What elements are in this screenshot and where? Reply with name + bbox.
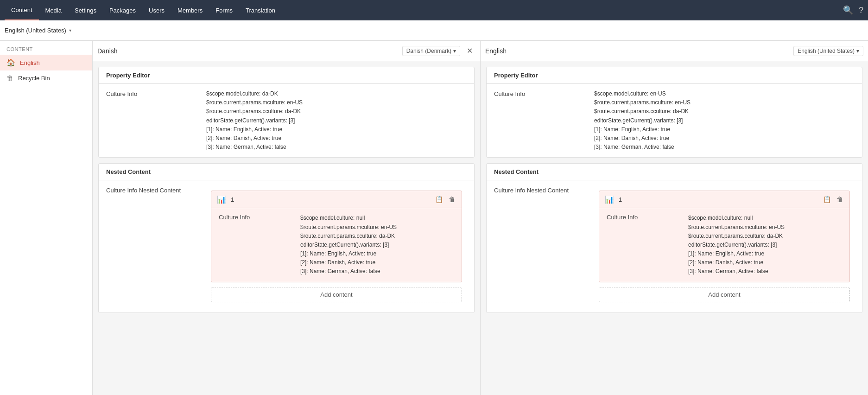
left-panel-culture-label: Danish (Denmark) — [406, 48, 451, 54]
right-panel: English (United States) ▾ Property Edito… — [481, 41, 868, 395]
sidebar-item-english-label: English — [20, 59, 40, 66]
right-panel-title-input[interactable] — [485, 47, 790, 55]
right-panel-culture-label: English (United States) — [798, 48, 855, 54]
right-nested-label: Culture Info Nested Content — [494, 186, 587, 194]
nav-content[interactable]: Content — [5, 0, 39, 20]
right-nested-label-row: Culture Info Nested Content 📊 1 📋 🗑 — [487, 180, 862, 312]
main-layout: Content 🏠 English 🗑 Recycle Bin Danish (… — [0, 41, 868, 395]
left-property-editor-card: Property Editor Culture Info $scope.mode… — [98, 67, 475, 158]
home-icon: 🏠 — [6, 58, 15, 67]
right-nested-item-1-culture-label: Culture Info — [607, 214, 681, 276]
left-nested-item-delete-button[interactable]: 🗑 — [448, 195, 456, 204]
left-culture-info-row: Culture Info $scope.model.culture: da-DK… — [99, 84, 474, 157]
left-panel: Danish (Denmark) ▾ ✕ Property Editor Cul… — [93, 41, 481, 395]
left-nested-label: Culture Info Nested Content — [106, 186, 199, 194]
right-property-editor-header: Property Editor — [487, 67, 862, 84]
left-nested-item-1: 📊 1 📋 🗑 Culture Info $scope.model.cultur… — [211, 191, 462, 282]
culture-arrow-icon: ▾ — [69, 28, 71, 33]
right-culture-info-row: Culture Info $scope.model.culture: en-US… — [487, 84, 862, 157]
left-culture-info-label: Culture Info — [106, 89, 199, 97]
panels-area: Danish (Denmark) ▾ ✕ Property Editor Cul… — [93, 41, 868, 395]
culture-selector[interactable]: English (United States) ▾ — [5, 27, 71, 34]
left-property-editor-header: Property Editor — [99, 67, 474, 84]
right-nested-item-1-body: Culture Info $scope.model.culture: null … — [599, 208, 849, 281]
left-nested-item-1-number: 1 — [231, 196, 430, 203]
nav-forms[interactable]: Forms — [209, 0, 239, 20]
right-panel-culture-arrow-icon: ▾ — [856, 48, 859, 54]
right-nested-item-1-header: 📊 1 📋 🗑 — [599, 191, 849, 208]
right-nested-item-copy-button[interactable]: 📋 — [822, 195, 832, 204]
sub-header: English (United States) ▾ — [0, 20, 868, 41]
left-nested-item-1-culture-value: $scope.model.culture: null $route.curren… — [300, 214, 454, 276]
left-panel-header: Danish (Denmark) ▾ ✕ — [93, 41, 480, 61]
right-nested-content-card: Nested Content Culture Info Nested Conte… — [486, 163, 862, 312]
left-panel-culture-select[interactable]: Danish (Denmark) ▾ — [402, 46, 460, 56]
nav-translation[interactable]: Translation — [239, 0, 282, 20]
right-nested-item-1-actions: 📋 🗑 — [822, 195, 844, 204]
left-nested-item-1-actions: 📋 🗑 — [434, 195, 456, 204]
left-add-content-button[interactable]: Add content — [211, 287, 462, 302]
left-nested-label-row: Culture Info Nested Content 📊 1 📋 🗑 — [99, 180, 474, 312]
right-culture-info-value: $scope.model.culture: en-US $route.curre… — [594, 89, 855, 152]
right-nested-item-1-number: 1 — [619, 196, 817, 203]
search-icon[interactable]: 🔍 — [843, 5, 853, 15]
sidebar-item-english[interactable]: 🏠 English — [0, 55, 92, 70]
right-nested-items-container: 📊 1 📋 🗑 Culture Info $scope.model.cultur… — [594, 186, 855, 306]
trash-icon: 🗑 — [6, 74, 13, 82]
help-icon[interactable]: ? — [859, 6, 863, 15]
left-nested-item-1-culture-label: Culture Info — [219, 214, 293, 276]
left-nested-items-container: 📊 1 📋 🗑 Culture Info $scope.model.cultur… — [206, 186, 467, 306]
left-property-editor-body: Culture Info $scope.model.culture: da-DK… — [99, 84, 474, 157]
right-property-editor-card: Property Editor Culture Info $scope.mode… — [486, 67, 862, 158]
right-panel-header: English (United States) ▾ — [481, 41, 868, 61]
right-panel-culture-select[interactable]: English (United States) ▾ — [793, 46, 863, 56]
top-navigation: Content Media Settings Packages Users Me… — [0, 0, 868, 20]
left-nested-item-copy-button[interactable]: 📋 — [434, 195, 444, 204]
right-nested-item-chart-icon: 📊 — [605, 195, 614, 204]
nav-packages[interactable]: Packages — [103, 0, 142, 20]
left-nested-content-header: Nested Content — [99, 164, 474, 180]
left-panel-title-input[interactable] — [97, 47, 399, 55]
nav-media[interactable]: Media — [39, 0, 68, 20]
left-nested-item-1-body: Culture Info $scope.model.culture: null … — [211, 208, 462, 281]
right-nested-item-delete-button[interactable]: 🗑 — [836, 195, 844, 204]
culture-label: English (United States) — [5, 27, 66, 34]
left-nested-item-chart-icon: 📊 — [217, 195, 226, 204]
left-panel-close-button[interactable]: ✕ — [464, 45, 475, 56]
nav-members[interactable]: Members — [171, 0, 209, 20]
sidebar-item-recycle-bin-label: Recycle Bin — [18, 75, 50, 82]
sidebar-section-title: Content — [0, 41, 92, 55]
right-add-content-button[interactable]: Add content — [599, 287, 850, 302]
right-nested-item-1: 📊 1 📋 🗑 Culture Info $scope.model.cultur… — [599, 191, 850, 282]
sidebar: Content 🏠 English 🗑 Recycle Bin — [0, 41, 93, 395]
left-nested-item-1-header: 📊 1 📋 🗑 — [211, 191, 462, 208]
left-nested-content-card: Nested Content Culture Info Nested Conte… — [98, 163, 475, 312]
left-culture-info-value: $scope.model.culture: da-DK $route.curre… — [206, 89, 467, 152]
nav-users[interactable]: Users — [142, 0, 171, 20]
left-panel-culture-arrow-icon: ▾ — [453, 48, 456, 54]
sidebar-item-recycle-bin[interactable]: 🗑 Recycle Bin — [0, 70, 92, 86]
nav-settings[interactable]: Settings — [68, 0, 103, 20]
right-nested-content-header: Nested Content — [487, 164, 862, 180]
right-property-editor-body: Culture Info $scope.model.culture: en-US… — [487, 84, 862, 157]
right-culture-info-label: Culture Info — [494, 89, 587, 97]
right-nested-item-1-culture-value: $scope.model.culture: null $route.curren… — [688, 214, 842, 276]
